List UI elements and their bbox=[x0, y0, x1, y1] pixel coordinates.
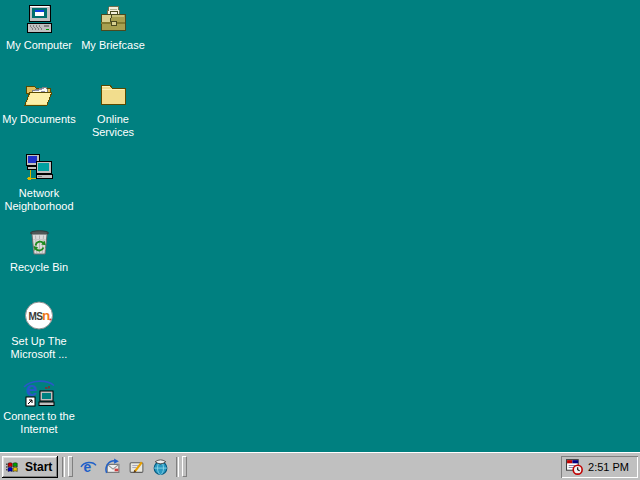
desktop-icon-connect-internet[interactable]: e Connect to the Internet bbox=[0, 375, 78, 436]
desktop-icon-setup-msn[interactable]: MS n Set Up The Microsoft ... bbox=[0, 300, 78, 361]
online-services-icon bbox=[97, 78, 129, 110]
svg-text:e: e bbox=[83, 459, 91, 475]
icon-label: My Briefcase bbox=[81, 39, 145, 52]
icon-label: Recycle Bin bbox=[10, 261, 68, 274]
tray-clock[interactable]: 2:51 PM bbox=[588, 461, 629, 473]
taskbar-drag-handle[interactable] bbox=[182, 456, 187, 477]
icon-label: My Computer bbox=[6, 39, 72, 52]
taskbar: Start e bbox=[0, 452, 640, 480]
view-channels-icon bbox=[152, 458, 169, 475]
task-scheduler-icon[interactable] bbox=[566, 458, 583, 475]
taskbar-divider bbox=[62, 457, 65, 477]
taskbar-divider bbox=[176, 457, 179, 477]
quick-launch-show-desktop[interactable] bbox=[125, 456, 148, 478]
quick-launch-drag-handle[interactable] bbox=[68, 456, 73, 477]
desktop-icon-network-neighborhood[interactable]: Network Neighborhood bbox=[0, 152, 78, 213]
start-label: Start bbox=[25, 460, 52, 474]
recycle-bin-icon bbox=[23, 226, 55, 258]
desktop-icon-my-briefcase[interactable]: My Briefcase bbox=[74, 4, 152, 52]
icon-label: My Documents bbox=[2, 113, 75, 126]
desktop-icon-my-documents[interactable]: My Documents bbox=[0, 78, 78, 126]
windows-logo-icon bbox=[6, 460, 21, 474]
svg-text:n: n bbox=[42, 308, 50, 323]
quick-launch-internet-explorer[interactable]: e bbox=[77, 456, 100, 478]
start-button[interactable]: Start bbox=[2, 456, 58, 478]
network-neighborhood-icon bbox=[23, 152, 55, 184]
my-briefcase-icon bbox=[97, 4, 129, 36]
system-tray: 2:51 PM bbox=[561, 456, 638, 478]
quick-launch-outlook-express[interactable] bbox=[101, 456, 124, 478]
internet-explorer-icon: e bbox=[80, 458, 97, 475]
desktop-icon-my-computer[interactable]: My Computer bbox=[0, 4, 78, 52]
icon-label: Connect to the Internet bbox=[3, 410, 75, 436]
icon-label: Network Neighborhood bbox=[4, 187, 73, 213]
icon-label: Set Up The Microsoft ... bbox=[11, 335, 68, 361]
quick-launch-view-channels[interactable] bbox=[149, 456, 172, 478]
connect-internet-icon: e bbox=[23, 375, 55, 407]
icon-label: Online Services bbox=[92, 113, 134, 139]
desktop-icon-online-services[interactable]: Online Services bbox=[74, 78, 152, 139]
msn-icon: MS n bbox=[23, 300, 55, 332]
desktop-icon-recycle-bin[interactable]: Recycle Bin bbox=[0, 226, 78, 274]
win98-desktop: { "desktop": { "background_color": "#008… bbox=[0, 0, 640, 480]
my-documents-icon bbox=[23, 78, 55, 110]
show-desktop-icon bbox=[128, 458, 145, 475]
outlook-express-icon bbox=[104, 458, 121, 475]
my-computer-icon bbox=[23, 4, 55, 36]
